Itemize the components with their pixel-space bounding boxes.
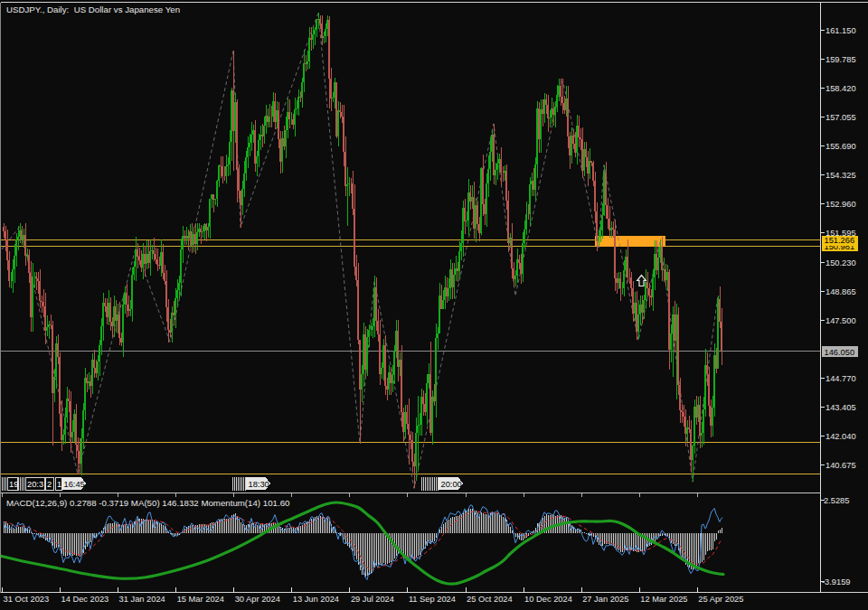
svg-text:31 Jan 2024: 31 Jan 2024 xyxy=(119,595,165,604)
svg-text:25 Oct 2024: 25 Oct 2024 xyxy=(467,595,513,604)
svg-text:-3.9159: -3.9159 xyxy=(822,577,851,587)
svg-text:2: 2 xyxy=(47,480,52,489)
svg-text:19: 19 xyxy=(9,480,18,489)
svg-text:155.690: 155.690 xyxy=(826,142,856,151)
svg-text:147.500: 147.500 xyxy=(826,316,856,325)
svg-text:152.960: 152.960 xyxy=(826,200,856,209)
svg-text:14 Dec 2023: 14 Dec 2023 xyxy=(61,595,109,604)
svg-text:148.865: 148.865 xyxy=(826,287,856,296)
svg-text:142.040: 142.040 xyxy=(826,432,856,441)
svg-text:29 Jul 2024: 29 Jul 2024 xyxy=(351,595,394,604)
svg-text:10 Dec 2024: 10 Dec 2024 xyxy=(524,595,572,604)
svg-text:30 Apr 2024: 30 Apr 2024 xyxy=(235,595,280,604)
svg-text:25 Apr 2025: 25 Apr 2025 xyxy=(698,595,743,604)
svg-text:18:30: 18:30 xyxy=(249,480,269,489)
svg-text:20:3: 20:3 xyxy=(27,480,43,489)
svg-text:2.5285: 2.5285 xyxy=(824,496,849,505)
svg-text:20:00: 20:00 xyxy=(441,480,462,489)
svg-text:13 Jun 2024: 13 Jun 2024 xyxy=(293,595,339,604)
svg-text:1: 1 xyxy=(57,480,61,489)
svg-text:144.770: 144.770 xyxy=(826,374,856,383)
svg-text:MACD(12,26,9) 0.2788 -0.3719 M: MACD(12,26,9) 0.2788 -0.3719 MA(50) 146.… xyxy=(6,498,290,508)
svg-text:151.266: 151.266 xyxy=(825,236,855,245)
svg-text:154.325: 154.325 xyxy=(826,171,856,180)
svg-text:140.675: 140.675 xyxy=(826,461,856,470)
svg-text:159.785: 159.785 xyxy=(826,55,856,64)
svg-text:16:45: 16:45 xyxy=(64,480,85,489)
svg-text:15 Mar 2024: 15 Mar 2024 xyxy=(177,595,224,604)
svg-text:161.150: 161.150 xyxy=(826,26,856,35)
svg-text:12 Mar 2025: 12 Mar 2025 xyxy=(640,595,687,604)
svg-text:143.405: 143.405 xyxy=(826,403,856,412)
svg-text:USDJPY., Daily: US Dollar vs: USDJPY., Daily: US Dollar vs Japanese Ye… xyxy=(6,5,180,14)
svg-text:150.230: 150.230 xyxy=(826,258,856,267)
svg-text:31 Oct 2023: 31 Oct 2023 xyxy=(4,595,50,604)
svg-text:157.055: 157.055 xyxy=(826,113,856,122)
svg-text:11 Sep 2024: 11 Sep 2024 xyxy=(409,595,456,604)
svg-text:158.420: 158.420 xyxy=(826,84,856,93)
svg-text:146.050: 146.050 xyxy=(825,348,855,357)
svg-text:27 Jan 2025: 27 Jan 2025 xyxy=(582,595,628,604)
